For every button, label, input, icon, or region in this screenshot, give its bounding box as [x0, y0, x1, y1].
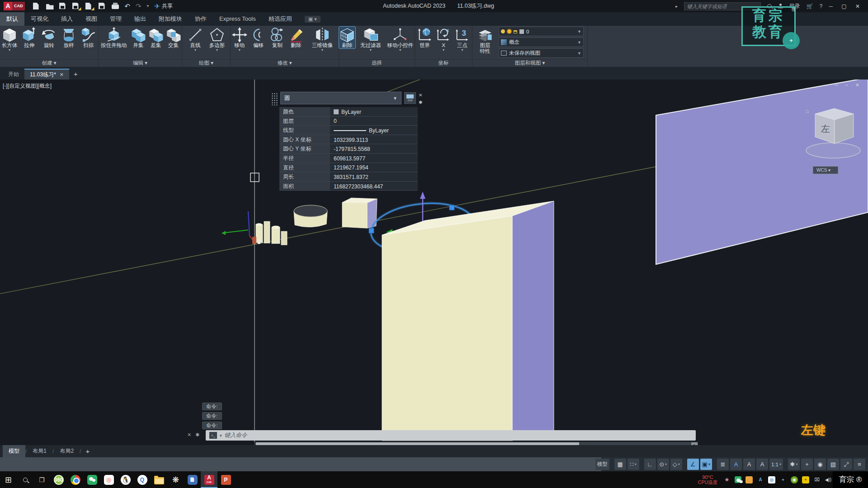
start-button[interactable]: ⊞: [0, 471, 17, 488]
tray-satellite-icon[interactable]: ⌖: [779, 476, 787, 483]
erase-tool-button[interactable]: 删除: [287, 27, 305, 48]
tab-layout1[interactable]: 布局1: [27, 445, 52, 457]
tab-default[interactable]: 默认: [0, 12, 24, 26]
viewcube-ring[interactable]: [806, 143, 860, 158]
tab-addins[interactable]: 附加模块: [152, 12, 189, 26]
osnap-tracking-icon[interactable]: ∠: [690, 461, 696, 468]
view-select[interactable]: 未保存的视图 ▼: [499, 48, 584, 58]
qat-more-icon[interactable]: ▾: [147, 3, 149, 9]
property-row-radius[interactable]: 半径 609813.5977: [279, 154, 418, 163]
task-view-button[interactable]: ❐: [33, 471, 50, 488]
print-icon[interactable]: [112, 3, 119, 9]
save-as-icon[interactable]: [72, 3, 80, 9]
ortho-icon[interactable]: ∟: [647, 461, 653, 468]
taskbar-search-button[interactable]: [17, 471, 33, 488]
panel-label-coords[interactable]: 坐标: [415, 59, 472, 67]
property-row-center-x[interactable]: 圆心 X 坐标 1032399.3113: [279, 135, 418, 145]
polar-toggle[interactable]: ⊙▾: [657, 459, 669, 470]
new-drawing-button[interactable]: +: [74, 69, 78, 80]
property-row-area[interactable]: 面积 1168272303468.447: [279, 182, 418, 191]
ucs-x-button[interactable]: x X▾: [435, 27, 452, 52]
isolate-icon[interactable]: ◉: [817, 461, 822, 468]
app-store-icon[interactable]: 🛒: [807, 3, 813, 9]
command-close-icon[interactable]: ✕: [187, 432, 191, 438]
tray-network-icon[interactable]: ⌧: [813, 476, 821, 483]
tab-collaborate[interactable]: 协作: [189, 12, 213, 26]
annotation-visibility-icon[interactable]: A: [734, 461, 738, 468]
mobile-icon[interactable]: [99, 3, 106, 9]
autocad-logo[interactable]: A CAD: [4, 2, 25, 10]
revolve-tool-button[interactable]: 旋转: [40, 27, 59, 48]
tab-featured-apps[interactable]: 精选应用: [262, 12, 298, 26]
intersect-tool-button[interactable]: 交集: [165, 27, 182, 48]
union-tool-button[interactable]: 并集: [130, 27, 146, 48]
panel-label-create[interactable]: 创建 ▾: [0, 59, 98, 67]
tab-start[interactable]: 开始: [3, 69, 24, 80]
performance-icon[interactable]: ▧: [830, 461, 836, 468]
small-solid-4[interactable]: [281, 231, 287, 245]
panel-label-draw[interactable]: 绘图 ▾: [182, 59, 230, 67]
tab-visualize[interactable]: 可视化: [24, 12, 55, 26]
taskbar-app-docviewer[interactable]: 🗎: [184, 471, 201, 488]
property-row-diameter[interactable]: 直径 1219627.1954: [279, 163, 418, 173]
tray-sync-icon[interactable]: ◍: [768, 476, 775, 483]
palette-drag-grip[interactable]: [271, 93, 278, 105]
ribbon-display-toggle[interactable]: ▣ ▾: [305, 16, 321, 23]
lineweight-icon[interactable]: ≣: [721, 461, 726, 468]
object-type-select[interactable]: 圆 ▼: [280, 92, 401, 104]
extrude-tool-button[interactable]: 拉伸: [20, 27, 39, 48]
tray-wechat-icon[interactable]: [735, 476, 741, 483]
property-row-color[interactable]: 颜色 ByLayer: [279, 107, 418, 117]
new-layout-button[interactable]: +: [85, 447, 90, 455]
tab-manage[interactable]: 管理: [104, 12, 128, 26]
grip-top[interactable]: [449, 205, 454, 210]
redo-icon[interactable]: ↷: [136, 3, 142, 9]
tab-output[interactable]: 输出: [128, 12, 152, 26]
layer-properties-button[interactable]: 图层 特性: [475, 27, 495, 59]
expand-arrow-icon[interactable]: ▸: [675, 4, 678, 9]
share-button[interactable]: ✈ 共享: [154, 2, 173, 10]
grip-left[interactable]: [369, 228, 374, 233]
isodraft-toggle[interactable]: ◇▾: [670, 459, 682, 470]
no-filter-button[interactable]: 无过滤器▾: [356, 27, 385, 52]
window-controls[interactable]: ─ ▢ ✕: [829, 3, 863, 9]
annotation-scale-select[interactable]: 1:1▾: [769, 459, 783, 470]
horizontal-scrollbar[interactable]: ▸: [255, 442, 698, 445]
tab-current-drawing[interactable]: 11.03练习* ✕: [24, 69, 69, 80]
tray-flower-icon[interactable]: ❀: [723, 476, 731, 483]
new-file-icon[interactable]: [33, 3, 41, 9]
undo-icon[interactable]: ↶: [125, 3, 131, 9]
tab-insert[interactable]: 插入: [55, 12, 79, 26]
polygon-tool-button[interactable]: 多边形▾: [207, 27, 227, 52]
taskbar-app-360[interactable]: 360: [50, 471, 67, 488]
command-customize-icon[interactable]: ✱: [195, 432, 199, 438]
viewcube-home-icon[interactable]: ⌂: [806, 108, 809, 114]
small-red-solid[interactable]: [252, 237, 256, 244]
osnap-toggle[interactable]: ▣▾: [700, 459, 712, 470]
grid-icon[interactable]: ▦: [618, 461, 623, 468]
fullscreen-icon[interactable]: ⤢: [844, 461, 849, 468]
taskbar-app-utility[interactable]: ❋: [167, 471, 184, 488]
tray-autodesk-icon[interactable]: A: [757, 476, 764, 483]
taskbar-file-explorer[interactable]: [151, 471, 167, 488]
move-tool-button[interactable]: 移动▾: [231, 27, 249, 52]
taskbar-app-powerpoint[interactable]: P: [217, 471, 234, 488]
tab-layout2[interactable]: 布局2: [54, 445, 80, 457]
box-tool-button[interactable]: 长方体▾: [0, 27, 19, 52]
taskbar-app-meeting[interactable]: ◎: [100, 471, 117, 488]
tray-coin-icon[interactable]: +: [802, 476, 809, 483]
ucs-3point-button[interactable]: 3 三点▾: [453, 27, 472, 52]
layer-select[interactable]: 0 ▼: [499, 27, 584, 36]
line-tool-button[interactable]: 直线▾: [185, 27, 206, 52]
property-row-center-y[interactable]: 圆心 Y 坐标 -1797815.5568: [279, 144, 418, 154]
snap-toggle[interactable]: ∷▾: [627, 459, 639, 470]
property-row-circumference[interactable]: 周长 3831571.8372: [279, 172, 418, 182]
palette-cui-button[interactable]: CUI: [404, 92, 416, 104]
taskbar-app-chrome[interactable]: [67, 471, 84, 488]
tab-model[interactable]: 模型: [3, 445, 25, 457]
model-space-viewport[interactable]: 左 ⌂ WCS ▾: [0, 80, 868, 445]
annotation-scale-icon[interactable]: A: [760, 461, 764, 468]
tab-express-tools[interactable]: Express Tools: [213, 12, 262, 26]
tray-volume-icon[interactable]: ◀)): [825, 476, 832, 483]
subtract-tool-button[interactable]: 差集: [147, 27, 164, 48]
